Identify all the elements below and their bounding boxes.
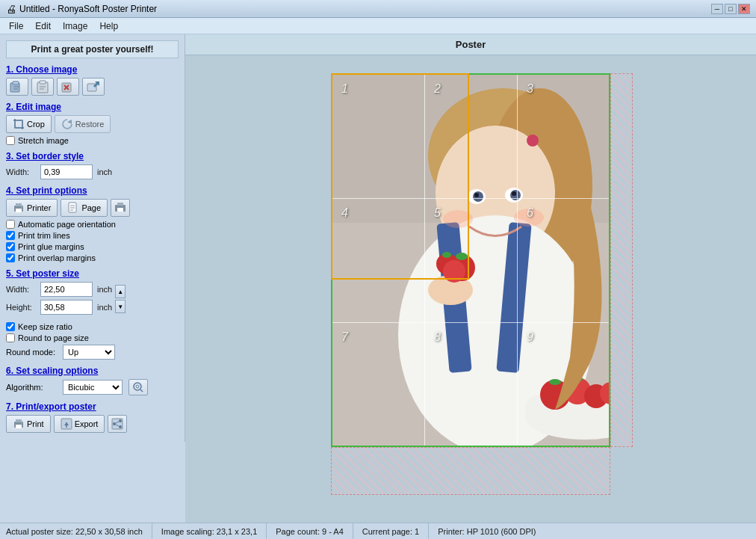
print-trim-row: Print trim lines [6, 231, 179, 240]
poster-height-unit: inch [97, 303, 112, 312]
export-icon [61, 418, 72, 430]
section3-title[interactable]: 3. Set border style [6, 151, 179, 161]
print-glue-checkbox[interactable] [6, 242, 15, 251]
crop-button[interactable]: Crop [6, 115, 52, 133]
section4-title[interactable]: 4. Set print options [6, 185, 179, 196]
print-trim-checkbox[interactable] [6, 231, 15, 240]
section7-title[interactable]: 7. Print/export poster [6, 401, 179, 412]
zoom-button[interactable] [128, 379, 148, 395]
titlebar-controls[interactable]: ─ □ ✕ [711, 4, 750, 14]
poster-height-row: Height: inch [6, 300, 112, 315]
minimize-button[interactable]: ─ [711, 4, 723, 14]
border-width-row: Width: inch [6, 164, 179, 179]
auto-orientation-row: Automatic page orientation [6, 220, 179, 229]
print-glue-label: Print glue margins [18, 242, 84, 251]
print-overlap-row: Print overlap margins [6, 253, 179, 262]
round-to-page-label: Round to page size [18, 333, 89, 342]
auto-orientation-checkbox[interactable] [6, 220, 15, 229]
size-down-button[interactable]: ▼ [115, 300, 126, 313]
svg-rect-25 [117, 208, 123, 212]
svg-point-70 [512, 191, 516, 196]
svg-point-32 [21, 422, 22, 424]
section1-title[interactable]: 1. Choose image [6, 64, 179, 75]
printer-button[interactable]: Printer [6, 199, 58, 217]
svg-point-73 [514, 209, 544, 227]
auto-orientation-label: Automatic page orientation [18, 220, 116, 229]
algorithm-label: Algorithm: [6, 383, 58, 392]
page-button[interactable]: Page [61, 199, 108, 217]
overlap-area-bottom [331, 447, 610, 495]
svg-rect-24 [117, 203, 123, 206]
size-up-button[interactable]: ▲ [115, 285, 126, 298]
restore-icon [61, 118, 73, 130]
section6-title[interactable]: 6. Set scaling options [6, 366, 179, 376]
status-page-count: Page count: 9 - A4 [267, 523, 353, 539]
section2-title[interactable]: 2. Edit image [6, 102, 179, 112]
svg-rect-1 [13, 81, 19, 84]
stretch-checkbox[interactable] [6, 136, 15, 145]
round-mode-row: Round mode: Up Down Nearest [6, 345, 179, 360]
export-button[interactable]: Export [54, 415, 105, 433]
round-mode-label: Round mode: [6, 348, 58, 357]
menu-help[interactable]: Help [93, 19, 124, 33]
svg-point-27 [136, 385, 139, 388]
svg-rect-17 [16, 209, 22, 212]
svg-point-26 [134, 383, 141, 390]
status-printer: Printer: HP 1010 (600 DPI) [429, 523, 545, 539]
stretch-label: Stretch image [18, 136, 69, 145]
round-mode-select[interactable]: Up Down Nearest [63, 345, 115, 360]
menu-file[interactable]: File [3, 19, 29, 33]
print-overlap-checkbox[interactable] [6, 253, 15, 262]
open-external-button[interactable] [82, 78, 105, 96]
svg-rect-16 [16, 203, 22, 206]
svg-rect-31 [16, 425, 22, 428]
poster-width-label: Width: [6, 285, 36, 294]
poster-width-input[interactable] [40, 282, 93, 297]
clear-icon [61, 80, 75, 93]
algorithm-select[interactable]: Bicubic Bilinear Nearest Neighbor [63, 380, 123, 395]
share-button[interactable] [108, 415, 127, 433]
section5-title[interactable]: 5. Set poster size [6, 268, 179, 279]
poster-canvas: 1 2 3 4 5 6 7 8 9 [325, 67, 616, 501]
external-icon [86, 80, 101, 93]
poster-width-unit: inch [97, 285, 112, 294]
statusbar: Actual poster size: 22,50 x 30,58 inch I… [0, 523, 756, 539]
svg-point-71 [527, 135, 539, 147]
print-button[interactable]: Print [6, 415, 51, 433]
print-overlap-label: Print overlap margins [18, 253, 96, 262]
round-to-page-checkbox[interactable] [6, 333, 15, 342]
svg-point-38 [113, 422, 116, 425]
overlap-area-right [610, 73, 633, 447]
restore-button[interactable]: Restore [55, 115, 111, 133]
svg-rect-30 [16, 419, 22, 422]
svg-rect-13 [15, 120, 22, 128]
poster-photo: 1 2 3 4 5 6 7 8 9 [331, 73, 610, 447]
poster-height-input[interactable] [40, 300, 93, 315]
status-actual-size: Actual poster size: 22,50 x 30,58 inch [6, 523, 152, 539]
svg-point-37 [119, 419, 122, 422]
svg-point-56 [442, 252, 451, 258]
keep-ratio-row: Keep size ratio [6, 322, 179, 331]
border-width-input[interactable] [40, 164, 93, 179]
status-image-scaling: Image scaling: 23,1 x 23,1 [152, 523, 267, 539]
clipboard-button[interactable] [31, 78, 54, 96]
open-file-button[interactable] [6, 78, 28, 96]
keep-ratio-checkbox[interactable] [6, 322, 15, 331]
menubar: File Edit Image Help [0, 18, 756, 34]
menu-image[interactable]: Image [57, 19, 93, 33]
clear-button[interactable] [57, 78, 79, 96]
maximize-button[interactable]: □ [725, 4, 737, 14]
left-panel: Print a great poster yourself! 1. Choose… [0, 34, 185, 442]
poster-width-row: Width: inch [6, 282, 112, 297]
round-to-page-row: Round to page size [6, 333, 179, 342]
print-trim-label: Print trim lines [18, 231, 70, 240]
print-options-button[interactable] [111, 199, 130, 217]
photo-svg [331, 73, 610, 447]
titlebar: 🖨 Untitled - RonyaSoft Poster Printer ─ … [0, 0, 756, 18]
section1-buttons [6, 78, 179, 96]
menu-edit[interactable]: Edit [29, 19, 57, 33]
section7-buttons: Print Export [6, 415, 179, 433]
close-button[interactable]: ✕ [738, 4, 750, 14]
border-width-label: Width: [6, 167, 36, 176]
poster-area[interactable]: 1 2 3 4 5 6 7 8 9 [185, 55, 756, 523]
